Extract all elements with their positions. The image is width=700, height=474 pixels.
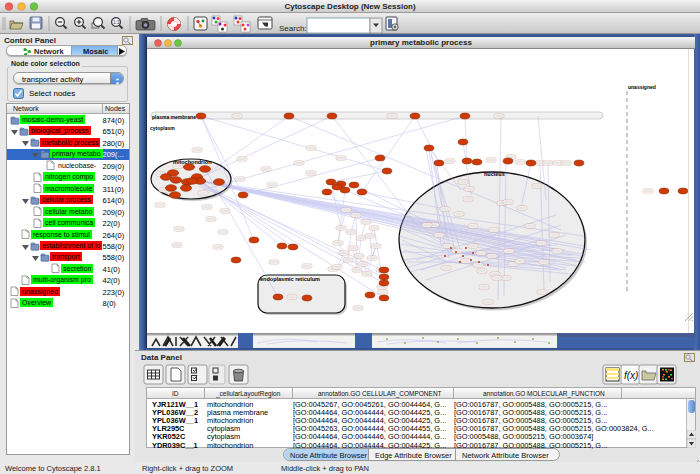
svg-text:f(x): f(x) <box>624 370 638 381</box>
svg-text:plasma membrane: plasma membrane <box>152 114 196 120</box>
svg-text:endoplasmic reticulum: endoplasmic reticulum <box>260 276 320 282</box>
svg-text:1:1: 1:1 <box>113 20 120 25</box>
svg-text:nucleus: nucleus <box>484 171 505 177</box>
svg-text:unassigned: unassigned <box>628 84 656 90</box>
svg-text:Search:: Search: <box>279 24 307 33</box>
svg-text:cytoplasm: cytoplasm <box>150 125 175 131</box>
